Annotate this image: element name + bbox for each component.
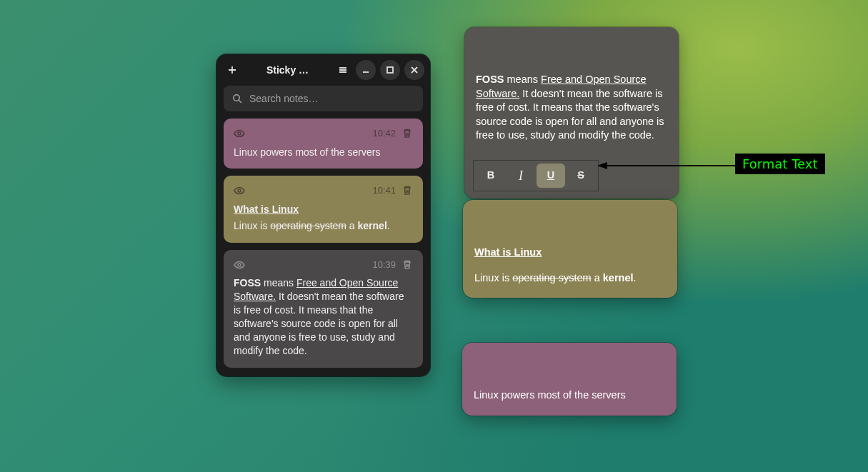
visibility-icon — [234, 259, 245, 271]
text: Linux is — [234, 220, 270, 231]
text-bold: kernel — [358, 220, 387, 231]
text: means — [261, 277, 296, 288]
minimize-button[interactable] — [356, 60, 376, 80]
list-item[interactable]: 10:39 FOSS means Free and Open Source So… — [224, 250, 423, 368]
close-button[interactable] — [404, 60, 424, 80]
format-bold-button[interactable]: B — [477, 164, 505, 188]
format-underline-button[interactable]: U — [537, 164, 565, 188]
note-title: What is Linux — [234, 203, 413, 216]
hamburger-icon — [338, 65, 348, 75]
visibility-icon — [234, 128, 245, 139]
maximize-icon — [385, 65, 395, 75]
notes-list: 10:42 Linux powers most of the servers 1… — [216, 119, 430, 368]
sticky-note-linux[interactable]: What is Linux Linux is operating system … — [463, 200, 677, 298]
new-note-button[interactable] — [222, 60, 242, 80]
trash-icon[interactable] — [401, 259, 413, 271]
svg-point-3 — [238, 189, 241, 192]
text-bold: FOSS — [234, 277, 261, 288]
hamburger-menu-button[interactable] — [333, 60, 353, 80]
text-bold: kernel — [603, 272, 634, 283]
text: . — [387, 220, 390, 231]
visibility-icon — [234, 185, 245, 196]
sticky-title: What is Linux — [474, 246, 542, 260]
sticky-body[interactable]: What is Linux Linux is operating system … — [463, 240, 677, 298]
annotation-label: Format Text — [735, 154, 825, 174]
list-item[interactable]: 10:42 Linux powers most of the servers — [224, 119, 423, 169]
note-body: Linux is operating system a kernel. — [234, 219, 413, 233]
text-strikethrough: operating system — [270, 220, 346, 231]
window-title: Sticky … — [245, 64, 330, 76]
sticky-body[interactable]: FOSS means Free and Open Source Software… — [464, 67, 679, 156]
sticky-body[interactable]: Linux powers most of the servers — [462, 383, 677, 416]
sticky-notes-app-window: Sticky … 10:42 — [216, 54, 430, 376]
svg-point-4 — [238, 263, 241, 266]
titlebar: Sticky … — [216, 54, 430, 86]
svg-point-1 — [234, 95, 239, 101]
text: Linux powers most of the servers — [474, 389, 626, 401]
format-italic-button[interactable]: I — [507, 164, 535, 188]
search-icon — [232, 94, 242, 104]
strike-glyph: S — [577, 169, 584, 183]
svg-rect-0 — [387, 67, 393, 73]
search-field[interactable] — [224, 86, 423, 111]
maximize-button[interactable] — [380, 60, 400, 80]
underline-glyph: U — [547, 169, 554, 183]
list-item[interactable]: 10:41 What is Linux Linux is operating s… — [224, 176, 423, 242]
text-strikethrough: operating system — [512, 272, 591, 283]
format-toolbar: B I U S — [473, 160, 599, 191]
sticky-note-foss[interactable]: FOSS means Free and Open Source Software… — [464, 27, 679, 199]
text: Linux is — [474, 272, 512, 283]
text: a — [346, 220, 358, 231]
text: . — [633, 272, 636, 283]
note-time: 10:39 — [372, 258, 396, 271]
trash-icon[interactable] — [401, 185, 413, 196]
trash-icon[interactable] — [401, 128, 413, 139]
italic-glyph: I — [519, 167, 523, 184]
text: a — [592, 272, 603, 283]
plus-icon — [227, 65, 237, 75]
svg-point-2 — [238, 132, 241, 135]
format-strike-button[interactable]: S — [567, 164, 595, 188]
minimize-icon — [361, 65, 371, 75]
text: means — [504, 74, 541, 85]
note-body: Linux powers most of the servers — [234, 146, 413, 159]
bold-glyph: B — [487, 169, 494, 183]
text-bold: FOSS — [476, 74, 504, 85]
note-body: FOSS means Free and Open Source Software… — [234, 276, 413, 357]
close-icon — [409, 65, 419, 75]
note-time: 10:41 — [372, 184, 396, 197]
sticky-note-servers[interactable]: Linux powers most of the servers — [462, 343, 677, 416]
search-input[interactable] — [249, 93, 414, 104]
note-time: 10:42 — [372, 127, 396, 140]
